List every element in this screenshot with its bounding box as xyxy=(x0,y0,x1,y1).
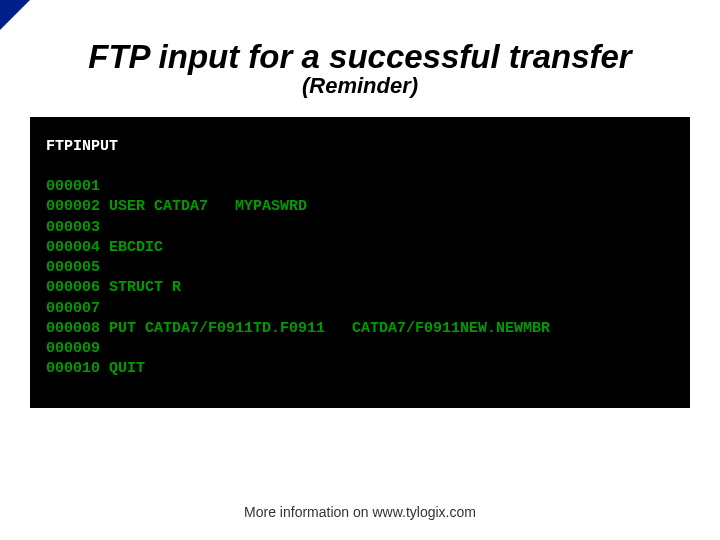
slide-title: FTP input for a successful transfer xyxy=(0,40,720,75)
terminal-header: FTPINPUT xyxy=(46,138,118,155)
terminal-line: 000008 PUT CATDA7/F0911TD.F0911 CATDA7/F… xyxy=(46,320,550,337)
slide-subtitle: (Reminder) xyxy=(0,73,720,99)
terminal-line: 000010 QUIT xyxy=(46,360,145,377)
terminal-block: FTPINPUT 000001 000002 USER CATDA7 MYPAS… xyxy=(30,117,690,408)
terminal-line: 000003 xyxy=(46,219,100,236)
terminal-line: 000009 xyxy=(46,340,100,357)
terminal-line: 000005 xyxy=(46,259,100,276)
terminal-line: 000002 USER CATDA7 MYPASWRD xyxy=(46,198,307,215)
title-area: FTP input for a successful transfer (Rem… xyxy=(0,0,720,99)
slide-corner-accent xyxy=(0,0,30,30)
terminal-line: 000006 STRUCT R xyxy=(46,279,181,296)
terminal-line: 000004 EBCDIC xyxy=(46,239,163,256)
terminal-line: 000007 xyxy=(46,300,100,317)
slide-body: FTP input for a successful transfer (Rem… xyxy=(0,0,720,540)
footer-text: More information on www.tylogix.com xyxy=(0,504,720,520)
terminal-line: 000001 xyxy=(46,178,100,195)
